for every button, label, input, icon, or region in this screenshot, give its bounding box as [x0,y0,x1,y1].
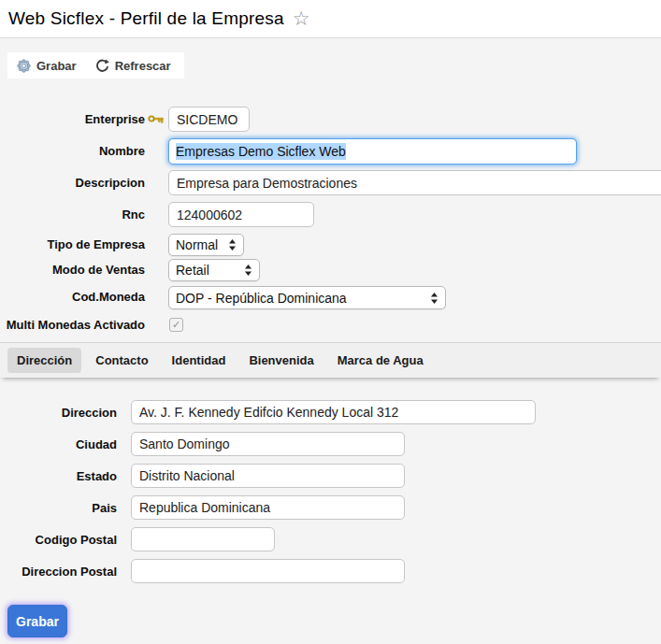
refresh-icon [95,59,109,73]
refrescar-toolbar-button[interactable]: Refrescar [95,59,171,73]
stepper-arrows-icon [430,292,438,305]
descripcion-label: Descripcion [0,176,145,191]
pais-input[interactable] [131,495,405,520]
multi-monedas-label: Multi Monedas Activado [0,318,145,333]
direccion-postal-input[interactable] [131,559,405,583]
direccion-input[interactable] [131,400,536,424]
tipo-de-empresa-label: Tipo de Empresa [0,237,145,252]
multi-monedas-checkbox[interactable] [169,318,183,332]
nombre-selected-text: Empresas Demo Sicflex Web [176,143,346,160]
direccion-postal-label: Direccion Postal [0,565,117,580]
tab-identidad[interactable]: Identidad [163,348,236,373]
modo-de-ventas-select[interactable]: Retail [168,259,260,281]
enterprise-label: Enterprise [0,112,145,127]
tipo-de-empresa-select[interactable]: Normal [168,234,244,256]
cod-moneda-select[interactable]: DOP - República Dominicana [168,286,446,309]
tab-bar: Dirección Contacto Identidad Bienvenida … [0,342,661,378]
tab-bienvenida[interactable]: Bienvenida [239,348,323,373]
direccion-label: Direccion [0,406,117,421]
key-icon [148,113,164,124]
nombre-input[interactable]: Empresas Demo Sicflex Web [168,138,577,165]
rnc-input[interactable] [168,202,314,227]
estado-label: Estado [0,469,117,484]
favorite-star-icon[interactable]: ☆ [293,8,310,28]
estado-input[interactable] [131,464,405,488]
rnc-label: Rnc [0,208,145,222]
toolbar: Grabar Refrescar [7,52,184,79]
grabar-toolbar-button[interactable]: Grabar [17,59,77,73]
cod-moneda-label: Cod.Moneda [0,290,145,305]
modo-de-ventas-value: Retail [176,263,237,278]
stepper-arrows-icon [244,264,252,277]
pais-label: Pais [0,501,117,516]
tipo-de-empresa-value: Normal [176,237,221,252]
company-profile-page: Web Sicflex - Perfil de la Empresa ☆ Gra… [0,0,661,644]
modo-de-ventas-label: Modo de Ventas [0,263,145,278]
nombre-label: Nombre [0,144,145,159]
tab-direccion[interactable]: Dirección [7,348,81,373]
ciudad-label: Ciudad [0,437,117,452]
save-seal-icon [17,59,31,73]
cod-moneda-value: DOP - República Dominicana [176,291,423,306]
stepper-arrows-icon [228,238,237,251]
descripcion-input[interactable] [168,170,661,195]
tab-marca-de-agua[interactable]: Marca de Agua [328,348,433,373]
page-title: Web Sicflex - Perfil de la Empresa [8,8,284,29]
tab-contacto[interactable]: Contacto [86,348,157,373]
enterprise-input[interactable] [168,107,250,132]
page-header: Web Sicflex - Perfil de la Empresa ☆ [0,0,661,38]
ciudad-input[interactable] [131,432,405,456]
codigo-postal-label: Codigo Postal [0,533,117,548]
grabar-toolbar-label: Grabar [36,59,77,73]
refrescar-toolbar-label: Refrescar [115,59,171,73]
grabar-submit-button[interactable]: Grabar [7,605,67,637]
codigo-postal-input[interactable] [131,527,275,551]
